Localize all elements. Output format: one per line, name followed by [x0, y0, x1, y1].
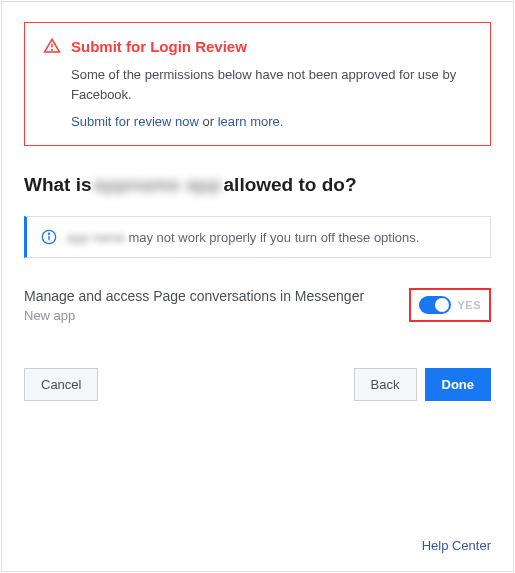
alert-header: Submit for Login Review: [43, 37, 472, 55]
dialog-container: Submit for Login Review Some of the perm…: [1, 1, 514, 572]
permission-subtitle: New app: [24, 308, 364, 323]
help-center-link[interactable]: Help Center: [422, 538, 491, 553]
info-app-name: app name: [67, 230, 125, 245]
button-group-right: Back Done: [354, 368, 491, 401]
permission-text-group: Manage and access Page conversations in …: [24, 288, 364, 323]
done-button[interactable]: Done: [425, 368, 492, 401]
submit-review-link[interactable]: Submit for review now: [71, 114, 199, 129]
toggle-label: YES: [457, 299, 481, 311]
info-banner: app name may not work properly if you tu…: [24, 216, 491, 258]
back-button[interactable]: Back: [354, 368, 417, 401]
svg-point-1: [52, 49, 53, 50]
alert-title: Submit for Login Review: [71, 38, 247, 55]
warning-icon: [43, 37, 61, 55]
cancel-button[interactable]: Cancel: [24, 368, 98, 401]
info-text-wrap: app name may not work properly if you tu…: [67, 230, 419, 245]
button-row: Cancel Back Done: [24, 368, 491, 401]
login-review-alert: Submit for Login Review Some of the perm…: [24, 22, 491, 146]
alert-body: Some of the permissions below have not b…: [71, 65, 472, 104]
heading-app-name: appname app: [94, 174, 222, 196]
alert-or: or: [199, 114, 218, 129]
permission-title: Manage and access Page conversations in …: [24, 288, 364, 304]
toggle-knob: [435, 298, 449, 312]
alert-period: .: [280, 114, 284, 129]
heading-suffix: allowed to do?: [224, 174, 357, 196]
toggle-highlight: YES: [409, 288, 491, 322]
heading-prefix: What is: [24, 174, 92, 196]
permission-toggle[interactable]: [419, 296, 451, 314]
info-icon: [41, 229, 57, 245]
learn-more-link[interactable]: learn more: [218, 114, 280, 129]
info-text: may not work properly if you turn off th…: [128, 230, 419, 245]
svg-point-4: [48, 233, 49, 234]
alert-links: Submit for review now or learn more.: [71, 114, 472, 129]
page-title: What is appname app allowed to do?: [24, 174, 491, 196]
permission-row: Manage and access Page conversations in …: [24, 288, 491, 323]
